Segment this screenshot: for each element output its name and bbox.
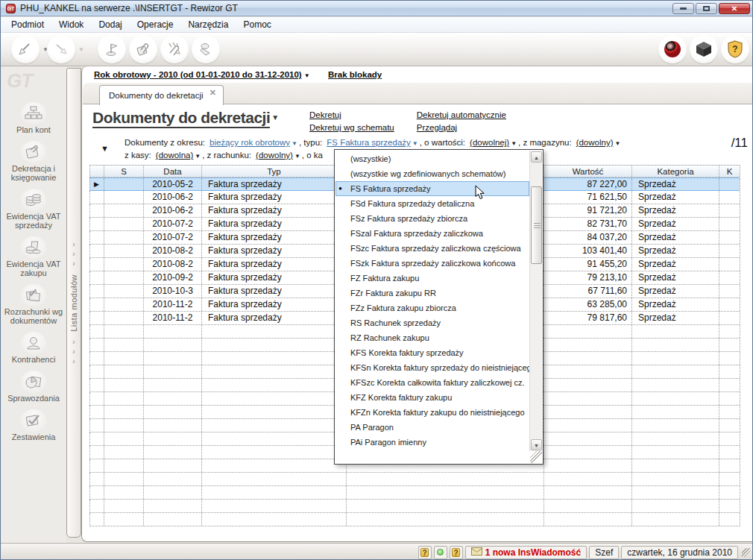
sidebar-item-ewidencja-vat-zakupu[interactable]: Ewidencja VAT zakupu xyxy=(1,236,66,277)
table-cell xyxy=(719,258,740,271)
cube-button[interactable] xyxy=(690,35,718,63)
sidebar-item-dekretacja-i-ksi-gowanie[interactable]: Dekretacja i księgowanie xyxy=(1,141,66,182)
table-cell xyxy=(104,218,144,230)
dropdown-item[interactable]: FZ Faktura zakupu xyxy=(335,271,529,286)
filter-value-link[interactable]: (dowolna) xyxy=(156,151,194,160)
table-cell: 2010-11-2 xyxy=(144,298,202,311)
dropdown-item[interactable]: FSzc Faktura sprzedaży zaliczkowa części… xyxy=(335,241,529,256)
dropdown-item[interactable]: KFSzc Korekta całkowita faktury zaliczko… xyxy=(335,375,529,390)
dropdown-item[interactable]: FSzal Faktura sprzedaży zaliczkowa xyxy=(335,226,529,241)
dropdown-item[interactable]: RS Rachunek sprzedaży xyxy=(335,315,529,330)
sidebar-item-kontrahenci[interactable]: Kontrahenci xyxy=(1,332,66,364)
filter-value-link[interactable]: FS Faktura sprzedaży xyxy=(327,138,410,147)
inswiadomosc-section[interactable]: 1 nowa InsWiadomość xyxy=(465,546,587,559)
flag-button[interactable] xyxy=(98,35,126,63)
filter-value-link[interactable]: (dowolnej) xyxy=(470,138,509,147)
column-header[interactable]: Data xyxy=(144,166,202,177)
action-link-przegl-daj[interactable]: Przeglądaj xyxy=(417,123,506,136)
dropdown-item[interactable]: PAi Paragon imienny xyxy=(335,435,529,450)
paperclip-button[interactable] xyxy=(129,35,157,63)
chevron-down-icon[interactable]: ▼ xyxy=(615,140,621,147)
action-link-dekretuj-automatycznie[interactable]: Dekretuj automatycznie xyxy=(417,110,506,123)
scrollbar-thumb[interactable] xyxy=(531,186,542,264)
dropdown-item[interactable]: (wszystkie wg zdefiniowanych schematów) xyxy=(335,166,529,181)
receive-attachments-button[interactable] xyxy=(160,35,189,63)
dropdown-item[interactable]: KFZn Korekta faktury zakupu do nieistnie… xyxy=(335,405,529,420)
sidebar-item-zestawienia[interactable]: Zestawienia xyxy=(1,409,66,441)
chevron-down-icon[interactable]: ▼ xyxy=(195,153,201,160)
dropdown-scrollbar[interactable]: ▲ ▼ xyxy=(529,151,542,451)
gt-watermark: GT xyxy=(7,69,32,92)
menu-item-pomoc[interactable]: Pomoc xyxy=(236,18,278,31)
statements-icon xyxy=(21,409,46,432)
sidebar-item-label: Plan kont xyxy=(16,125,51,134)
scroll-up-icon[interactable]: ▲ xyxy=(531,151,542,163)
chevron-down-icon[interactable]: ▼ xyxy=(294,153,300,160)
dropdown-item[interactable]: FZr Faktura zakupu RR xyxy=(335,286,529,301)
column-header[interactable]: S xyxy=(104,166,144,177)
dropdown-item[interactable]: KFZ Korekta faktury zakupu xyxy=(335,390,529,405)
filter-value-link[interactable]: (dowolny) xyxy=(576,138,614,147)
dropdown-item[interactable]: FZz Faktura zakupu zbiorcza xyxy=(335,301,529,315)
action-link-dekretuj[interactable]: Dekretuj xyxy=(309,110,394,123)
fiscal-year-link[interactable]: Rok obrotowy - 2010 (od 01-01-2010 do 31… xyxy=(94,70,310,79)
menu-item-widok[interactable]: Widok xyxy=(51,18,91,31)
scroll-down-icon[interactable]: ▼ xyxy=(531,439,542,450)
user-section[interactable]: Szef xyxy=(589,546,619,559)
table-cell: 2010-06-2 xyxy=(144,191,202,204)
filter-value-link[interactable]: bieżący rok obrotowy xyxy=(209,138,290,147)
chevron-down-icon[interactable]: ▼ xyxy=(511,140,517,147)
select-arrow-button[interactable] xyxy=(11,35,40,63)
dropdown-item[interactable]: FSz Faktura sprzedaży zbiorcza xyxy=(335,211,529,226)
dropdown-item[interactable]: (wszystkie) xyxy=(335,151,529,166)
question-button[interactable]: ? xyxy=(418,546,432,559)
title-bar: GT PHU_KANKEL na serwerze .\INSERTGT - R… xyxy=(1,1,753,16)
tab-dokumenty-do-dekretacji[interactable]: Dokumenty do dekretacji ✕ xyxy=(99,85,224,105)
sidebar-item-rozrachunki-wg-dokument-w[interactable]: Rozrachunki wg dokumentów xyxy=(1,284,66,325)
help-shield-button[interactable]: ? xyxy=(721,35,749,63)
page-title[interactable]: Dokumenty do dekretacji xyxy=(92,109,270,128)
question-button[interactable]: ? xyxy=(450,546,463,559)
application-window: GT PHU_KANKEL na serwerze .\INSERTGT - R… xyxy=(0,0,753,560)
select-arrow-icon xyxy=(17,41,34,57)
sidebar-item-sprawozdania[interactable]: Sprawozdania xyxy=(1,371,66,403)
column-header[interactable]: Typ xyxy=(202,166,347,177)
stamp-button[interactable] xyxy=(192,35,220,63)
tab-close-icon[interactable]: ✕ xyxy=(209,88,216,98)
action-link-dekretuj-wg-schematu[interactable]: Dekretuj wg schematu xyxy=(309,123,394,136)
dropdown-item[interactable]: KFS Korekta faktury sprzedaży xyxy=(335,345,529,360)
dropdown-item[interactable]: FSzk Faktura sprzedaży zaliczkowa końcow… xyxy=(335,256,529,271)
insert-sphere-button[interactable] xyxy=(658,35,687,63)
dropdown-caret-icon[interactable]: ▼ xyxy=(78,46,84,53)
close-button[interactable]: ✕ xyxy=(719,3,750,14)
chevron-down-icon[interactable]: ▼ xyxy=(412,140,418,147)
sidebar-item-ewidencja-vat-sprzeda-y[interactable]: Ewidencja VAT sprzedaży xyxy=(1,189,66,230)
dropdown-item[interactable]: PA Paragon xyxy=(335,420,529,435)
module-strip[interactable]: ››› Lista modułów ››› xyxy=(66,68,81,538)
dropdown-item[interactable]: FSd Faktura sprzedaży detaliczna xyxy=(335,196,529,211)
filter-funnel-icon[interactable]: ▼ xyxy=(101,144,109,153)
table-cell: Faktura sprzedaży xyxy=(202,285,347,298)
restore-button[interactable] xyxy=(696,3,717,14)
dropdown-item[interactable]: ●FS Faktura sprzedaży xyxy=(335,181,529,196)
contractors-icon xyxy=(21,332,46,354)
menu-item-dodaj[interactable]: Dodaj xyxy=(91,18,129,31)
column-header[interactable]: K xyxy=(719,166,740,177)
chevron-down-icon[interactable]: ▼ xyxy=(292,140,297,147)
menu-item-operacje[interactable]: Operacje xyxy=(130,18,181,31)
column-header[interactable] xyxy=(90,166,104,177)
column-header[interactable]: Kategoria xyxy=(632,166,719,177)
column-header[interactable]: Wartość xyxy=(544,166,632,177)
dropdown-item-label: FZr Faktura zakupu RR xyxy=(350,289,436,298)
dropdown-item[interactable]: RZ Rachunek zakupu xyxy=(335,330,529,345)
minimize-button[interactable] xyxy=(672,3,694,14)
sidebar-item-plan-kont[interactable]: Plan kont xyxy=(1,102,66,134)
resize-grip-icon[interactable] xyxy=(742,548,751,557)
menu-item-narzędzia[interactable]: Narzędzia xyxy=(180,18,236,31)
resize-grip-icon[interactable] xyxy=(530,451,542,463)
filter-value-link[interactable]: (dowolny) xyxy=(256,151,293,160)
menu-item-podmiot[interactable]: Podmiot xyxy=(4,18,51,31)
online-status-button[interactable] xyxy=(434,546,447,559)
dropdown-item[interactable]: KFSn Korekta faktury sprzedaży do nieist… xyxy=(335,360,529,375)
lock-status-link[interactable]: Brak blokady xyxy=(328,70,382,79)
